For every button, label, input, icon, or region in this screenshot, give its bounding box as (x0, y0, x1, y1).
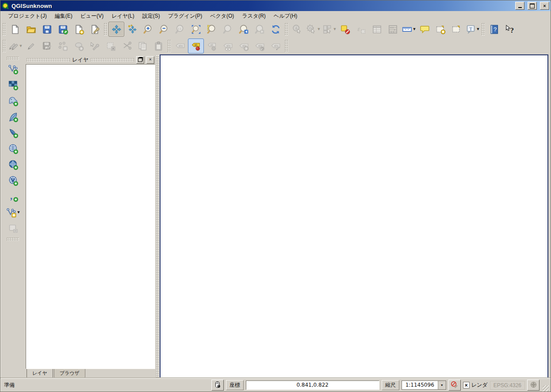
pin-labels-button: ab (204, 38, 220, 54)
panel-float-button[interactable] (136, 56, 144, 64)
panel-close-button[interactable]: × (146, 56, 154, 64)
field-calculator-button (385, 22, 401, 37)
feature-action-button-dropdown-arrow: ▼ (318, 27, 320, 31)
menu-raster[interactable]: ラスタ(R) (238, 11, 270, 21)
new-print-composer-button[interactable] (71, 22, 87, 37)
add-wfs-layer-button[interactable] (4, 173, 22, 188)
svg-text:T: T (469, 26, 472, 31)
menu-edit[interactable]: 編集(E) (51, 11, 77, 21)
help-contents-icon: ? (489, 24, 499, 35)
scale-combo[interactable]: 1:1145096 ▼ (402, 380, 446, 390)
whats-this-button[interactable]: ? (502, 22, 518, 37)
pan-map-icon (111, 24, 122, 35)
manage-layers-toolbar-handle-bottom[interactable] (7, 238, 19, 241)
add-vector-layer-button[interactable] (4, 61, 22, 77)
add-wcs-layer-button[interactable] (4, 157, 22, 173)
toolbar-handle[interactable] (3, 23, 6, 35)
close-button[interactable]: × (540, 2, 549, 10)
coordinate-input[interactable]: 0.841,0.822 (246, 380, 379, 390)
titlebar: QGISunknown × (0, 0, 551, 11)
zoom-full-button[interactable] (188, 22, 204, 37)
window-resize-grip[interactable] (543, 385, 549, 392)
pan-to-selection-button[interactable] (124, 22, 140, 37)
open-project-button[interactable] (23, 22, 39, 37)
crs-status-button[interactable] (527, 380, 540, 391)
add-spatialite-layer-button[interactable] (4, 109, 22, 125)
text-annotation-button[interactable]: T▼ (464, 22, 480, 37)
deselect-all-button[interactable] (337, 22, 353, 37)
menu-plugins[interactable]: プラグイン(P) (164, 11, 206, 21)
svg-text:?: ? (510, 26, 513, 35)
scale-combo-arrow[interactable]: ▼ (438, 381, 446, 389)
dock-splitter[interactable] (156, 54, 160, 378)
show-bookmarks-button[interactable] (448, 22, 464, 37)
highlight-pinned-labels-button[interactable]: ab (188, 38, 204, 54)
toolbar-handle[interactable] (3, 40, 6, 52)
toolbar-handle[interactable] (104, 23, 107, 35)
render-checkbox[interactable]: × (463, 382, 470, 388)
menu-settings[interactable]: 設定(S) (138, 11, 164, 21)
add-wms-layer-button[interactable] (4, 141, 22, 157)
measure-button-dropdown-arrow[interactable]: ▼ (413, 27, 415, 31)
toolbar-handle[interactable] (482, 23, 485, 35)
toolbar-handle[interactable] (168, 40, 171, 52)
map-tips-icon (419, 24, 430, 35)
toggle-editing-button (23, 38, 39, 54)
toolbar-handle[interactable] (285, 40, 288, 52)
zoom-native-button: 1:1 (172, 22, 188, 37)
menu-vector[interactable]: ベクタ(O) (206, 11, 238, 21)
add-delimited-text-layer-button[interactable]: , (4, 188, 22, 204)
render-toggle[interactable]: × レンダ (463, 381, 488, 389)
refresh-button[interactable] (268, 22, 283, 37)
layers-panel-titlebar[interactable]: レイヤ × (25, 54, 156, 64)
zoom-last-button[interactable] (236, 22, 252, 37)
add-mssql-layer-button[interactable] (4, 125, 22, 141)
maximize-button[interactable] (528, 2, 537, 10)
add-delimited-text-layer-icon: , (8, 191, 18, 202)
tab-layers[interactable]: レイヤ (27, 369, 53, 379)
current-edits-icon (8, 41, 19, 51)
rotate-label-button: abc (252, 38, 268, 54)
toolbar-handle[interactable] (285, 23, 288, 35)
save-project-button[interactable] (39, 22, 55, 37)
tab-browser[interactable]: ブラウザ (54, 369, 85, 378)
map-canvas[interactable] (160, 54, 548, 378)
menu-help[interactable]: ヘルプ(H) (270, 11, 302, 21)
coordinate-label: 座標 (226, 380, 244, 390)
zoom-in-button[interactable] (140, 22, 156, 37)
menu-view[interactable]: ビュー(V) (77, 11, 108, 21)
whats-this-icon: ? (505, 24, 515, 35)
stop-rendering-button[interactable] (448, 380, 461, 391)
menu-project[interactable]: プロジェクト(J) (4, 11, 51, 21)
zoom-to-selection-button[interactable] (204, 22, 220, 37)
qgis-logo-icon[interactable] (2, 2, 9, 10)
minimize-button[interactable] (515, 2, 524, 10)
layer-labeling-button: abc (172, 38, 188, 54)
new-bookmark-button[interactable] (432, 22, 448, 37)
add-postgis-layer-button[interactable] (4, 93, 22, 109)
field-calculator-icon (387, 24, 398, 35)
map-tips-button[interactable] (417, 22, 432, 37)
show-hide-labels-button: abc (220, 38, 236, 54)
change-label-button: abc (268, 38, 283, 54)
manage-layers-toolbar-handle[interactable] (7, 57, 19, 60)
composer-manager-button[interactable] (87, 22, 103, 37)
save-project-as-button[interactable] (55, 22, 71, 37)
zoom-out-button[interactable] (156, 22, 172, 37)
new-shapefile-layer-button[interactable]: ▼ (4, 204, 22, 220)
new-project-button[interactable] (7, 22, 23, 37)
crs-status-label: EPSG:4326 (490, 381, 525, 390)
panel-grip-left (27, 58, 70, 62)
mouse-position-toggle-button[interactable] (211, 380, 224, 391)
svg-text:,: , (10, 192, 12, 201)
rotate-label-icon: abc (254, 41, 265, 51)
measure-button[interactable]: ▼ (401, 22, 417, 37)
zoom-to-selection-icon (207, 24, 217, 35)
help-contents-button[interactable]: ? (486, 22, 502, 37)
menu-layer[interactable]: レイヤ(L) (107, 11, 138, 21)
add-raster-layer-button[interactable] (4, 77, 22, 93)
layers-tree[interactable] (26, 64, 155, 369)
pan-map-button[interactable] (108, 22, 124, 37)
text-annotation-button-dropdown-arrow[interactable]: ▼ (477, 27, 479, 31)
new-shapefile-layer-button-dropdown-arrow[interactable]: ▼ (17, 211, 19, 214)
